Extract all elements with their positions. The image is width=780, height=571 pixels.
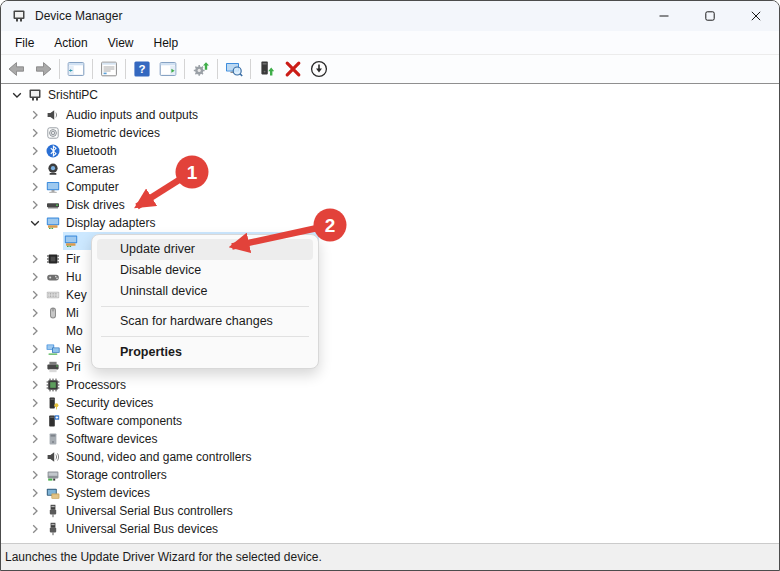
chevron-down-icon[interactable] <box>9 87 25 103</box>
chevron-right-icon[interactable] <box>27 467 43 483</box>
tree-item-sound-video-and-game-controllers[interactable]: Sound, video and game controllers <box>1 448 779 466</box>
tree-item-display-adapters[interactable]: Display adapters <box>1 214 779 232</box>
context-menu-item-uninstall-device[interactable]: Uninstall device <box>92 281 318 302</box>
chevron-right-icon[interactable] <box>27 485 43 501</box>
minimize-button[interactable] <box>641 1 687 31</box>
chevron-right-icon[interactable] <box>27 449 43 465</box>
tree-item-label: Bluetooth <box>66 144 117 158</box>
security-icon <box>45 395 61 411</box>
tree-item-label: Audio inputs and outputs <box>66 108 198 122</box>
tree-item-bluetooth[interactable]: Bluetooth <box>1 142 779 160</box>
action-pane-icon <box>158 59 178 79</box>
context-menu-item-scan-for-hardware-changes[interactable]: Scan for hardware changes <box>92 311 318 332</box>
hid-icon <box>45 269 61 285</box>
monitor-icon <box>45 323 61 339</box>
network-icon <box>45 341 61 357</box>
chevron-right-icon[interactable] <box>27 125 43 141</box>
help-button[interactable]: ? <box>129 57 155 81</box>
chevron-right-icon[interactable] <box>27 377 43 393</box>
tree-item-label: Pri <box>66 360 81 374</box>
tree-item-label: Disk drives <box>66 198 125 212</box>
chevron-right-icon[interactable] <box>27 305 43 321</box>
tree-item-label: System devices <box>66 486 150 500</box>
tree-item-cameras[interactable]: Cameras <box>1 160 779 178</box>
tree-item-label: Computer <box>66 180 119 194</box>
menu-action[interactable]: Action <box>44 33 97 53</box>
menu-help[interactable]: Help <box>144 33 189 53</box>
scan-hardware-button[interactable] <box>221 57 247 81</box>
system-icon <box>45 485 61 501</box>
tree-item-audio-inputs-and-outputs[interactable]: Audio inputs and outputs <box>1 106 779 124</box>
tree-item-software-devices[interactable]: Software devices <box>1 430 779 448</box>
keyboard-icon <box>45 287 61 303</box>
storage-icon <box>45 467 61 483</box>
tree-item-software-components[interactable]: Software components <box>1 412 779 430</box>
processor-icon <box>45 377 61 393</box>
chevron-right-icon[interactable] <box>27 161 43 177</box>
context-menu-item-disable-device[interactable]: Disable device <box>92 260 318 281</box>
svg-text:?: ? <box>138 63 145 75</box>
console-tree-button[interactable] <box>63 57 89 81</box>
tree-item-computer[interactable]: Computer <box>1 178 779 196</box>
chevron-right-icon[interactable] <box>27 323 43 339</box>
properties-button[interactable] <box>96 57 122 81</box>
tree-item-label: Software components <box>66 414 182 428</box>
disable-button[interactable] <box>306 57 332 81</box>
chevron-right-icon[interactable] <box>27 431 43 447</box>
context-menu-item-properties[interactable]: Properties <box>92 341 318 363</box>
uninstall-button[interactable] <box>280 57 306 81</box>
close-button[interactable] <box>733 1 779 31</box>
tree-item-system-devices[interactable]: System devices <box>1 484 779 502</box>
add-driver-icon <box>257 59 277 79</box>
add-driver-button[interactable] <box>254 57 280 81</box>
tree-item-processors[interactable]: Processors <box>1 376 779 394</box>
tree-item-disk-drives[interactable]: Disk drives <box>1 196 779 214</box>
printer-icon <box>45 359 61 375</box>
tree-item-storage-controllers[interactable]: Storage controllers <box>1 466 779 484</box>
tree-item-universal-serial-bus-devices[interactable]: Universal Serial Bus devices <box>1 520 779 538</box>
chevron-right-icon[interactable] <box>27 521 43 537</box>
back-icon <box>7 59 27 79</box>
chevron-right-icon[interactable] <box>27 143 43 159</box>
chevron-right-icon[interactable] <box>27 251 43 267</box>
tree-item-universal-serial-bus-controllers[interactable]: Universal Serial Bus controllers <box>1 502 779 520</box>
forward-button[interactable] <box>30 57 56 81</box>
close-icon <box>751 11 761 21</box>
pc-icon <box>27 87 43 103</box>
tree-item-srishtipc[interactable]: SrishtiPC <box>1 86 779 104</box>
minimize-icon <box>659 11 669 21</box>
menu-view[interactable]: View <box>98 33 144 53</box>
chevron-right-icon[interactable] <box>27 503 43 519</box>
toolbar-separator <box>125 59 126 79</box>
action-pane-button[interactable] <box>155 57 181 81</box>
back-button[interactable] <box>4 57 30 81</box>
update-driver-button[interactable] <box>188 57 214 81</box>
chevron-right-icon[interactable] <box>27 395 43 411</box>
maximize-button[interactable] <box>687 1 733 31</box>
chevron-right-icon[interactable] <box>27 179 43 195</box>
maximize-icon <box>705 11 715 21</box>
chevron-right-icon[interactable] <box>27 269 43 285</box>
chevron-right-icon[interactable] <box>27 413 43 429</box>
chevron-right-icon[interactable] <box>27 197 43 213</box>
tree-item-biometric-devices[interactable]: Biometric devices <box>1 124 779 142</box>
tree-item-label: Processors <box>66 378 126 392</box>
audio-icon <box>45 107 61 123</box>
chevron-right-icon[interactable] <box>27 287 43 303</box>
bluetooth-icon <box>45 143 61 159</box>
chevron-down-icon[interactable] <box>27 215 43 231</box>
computer-icon <box>45 179 61 195</box>
chevron-right-icon[interactable] <box>27 341 43 357</box>
tree-item-label: Hu <box>66 270 81 284</box>
tree-item-label: Security devices <box>66 396 153 410</box>
menu-file[interactable]: File <box>5 33 44 53</box>
tree-item-security-devices[interactable]: Security devices <box>1 394 779 412</box>
update-driver-icon <box>191 59 211 79</box>
display-adapter-icon <box>45 215 61 231</box>
chevron-right-icon[interactable] <box>27 359 43 375</box>
context-menu-item-update-driver[interactable]: Update driver <box>97 239 313 260</box>
forward-icon <box>33 59 53 79</box>
display-adapter-icon <box>63 233 79 249</box>
status-bar: Launches the Update Driver Wizard for th… <box>1 543 779 570</box>
chevron-right-icon[interactable] <box>27 107 43 123</box>
